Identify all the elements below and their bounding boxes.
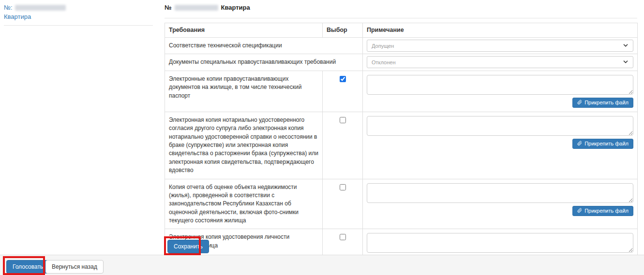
table-row: Копия отчета об оценке объекта недвижимо… <box>165 179 638 229</box>
sidebar-lot-number: №: <box>4 4 153 11</box>
attach-file-button[interactable]: Прикрепить файл <box>572 206 633 216</box>
requirement-text: Соответствие технической спецификации <box>169 42 359 50</box>
footer-bar: Голосовать Вернуться назад <box>0 255 644 275</box>
table-row: Документы специальных правоустанавливающ… <box>165 54 638 71</box>
redacted-lot-number <box>15 5 66 11</box>
paperclip-icon <box>577 141 582 147</box>
table-row: Соответствие технической спецификации До… <box>165 38 638 54</box>
attach-row: Прикрепить файл <box>367 98 633 108</box>
attach-file-label: Прикрепить файл <box>584 141 629 146</box>
requirement-text: Электронные копии правоустанавливающих д… <box>169 75 318 100</box>
table-row: Электронная копия нотариально удостовере… <box>165 112 638 179</box>
paperclip-icon <box>577 208 582 214</box>
note-textarea[interactable] <box>367 233 633 253</box>
requirement-text: Копия отчета об оценке объекта недвижимо… <box>169 183 318 225</box>
requirements-table: Требования Выбор Примечание Соответствие… <box>165 23 638 275</box>
column-header-note: Примечание <box>363 23 638 38</box>
sidebar-item-kvartira[interactable]: Квартира <box>4 13 31 20</box>
paperclip-icon <box>577 100 582 106</box>
table-row: Электронные копии правоустанавливающих д… <box>165 71 638 112</box>
sidebar-divider <box>4 25 153 26</box>
sidebar: №: Квартира <box>4 4 153 26</box>
back-button[interactable]: Вернуться назад <box>45 260 104 274</box>
attach-file-label: Прикрепить файл <box>584 208 629 214</box>
column-header-choice: Выбор <box>323 23 363 38</box>
decision-select-wrap: Отклонен <box>367 56 633 68</box>
header-divider <box>165 18 637 18</box>
requirement-text: Электронная копия нотариально удостовере… <box>169 116 318 175</box>
attach-file-button[interactable]: Прикрепить файл <box>572 98 633 108</box>
lot-number-prefix: № <box>165 4 172 11</box>
redacted-lot-number-main <box>175 5 218 11</box>
attach-row: Прикрепить файл <box>367 206 633 216</box>
column-header-requirements: Требования <box>165 23 323 38</box>
attach-file-button[interactable]: Прикрепить файл <box>572 139 633 149</box>
note-textarea[interactable] <box>367 75 633 95</box>
choice-checkbox[interactable] <box>340 117 346 123</box>
vote-button[interactable]: Голосовать <box>6 260 49 274</box>
choice-checkbox[interactable] <box>340 76 346 82</box>
choice-checkbox[interactable] <box>340 234 346 240</box>
attach-row: Прикрепить файл <box>367 139 633 149</box>
attach-file-label: Прикрепить файл <box>584 100 629 105</box>
lot-title: Квартира <box>221 4 250 11</box>
save-button[interactable]: Сохранить <box>167 240 209 253</box>
note-textarea[interactable] <box>367 183 633 203</box>
page-title: № Квартира <box>165 4 250 11</box>
decision-select-tech-spec[interactable]: Допущен <box>367 40 633 52</box>
choice-checkbox[interactable] <box>340 184 346 190</box>
decision-select-legal-docs[interactable]: Отклонен <box>367 56 633 68</box>
note-textarea[interactable] <box>367 116 633 136</box>
sidebar-number-label: №: <box>4 4 13 11</box>
requirement-text: Документы специальных правоустанавливающ… <box>169 58 359 66</box>
table-header-row: Требования Выбор Примечание <box>165 23 638 38</box>
decision-select-wrap: Допущен <box>367 40 633 52</box>
